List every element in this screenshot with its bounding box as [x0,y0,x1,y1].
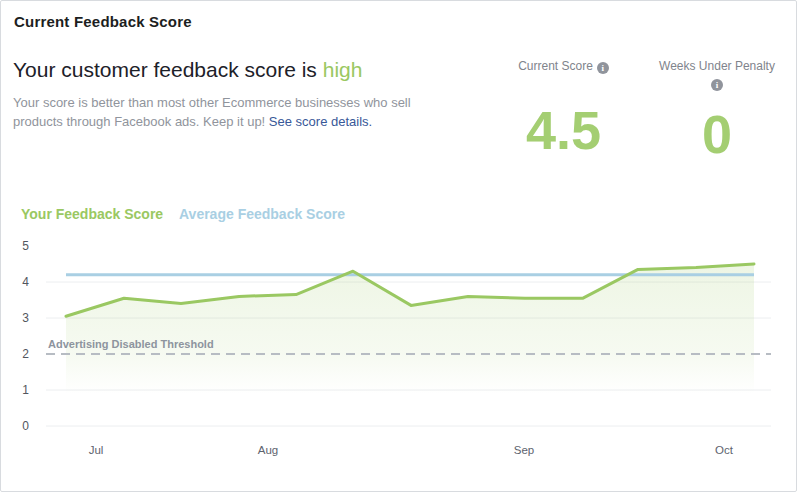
weeks-under-penalty-icon-row [651,76,783,91]
y-axis-tick: 2 [22,347,29,361]
current-score-label: Current Score [518,59,593,73]
score-description: Your score is better than most other Eco… [13,93,458,131]
info-icon[interactable] [597,62,609,74]
card-title: Current Feedback Score [14,13,192,30]
x-axis-label: Jul [89,444,104,456]
x-axis-label: Aug [258,444,278,456]
score-heading-highlight: high [323,58,363,81]
threshold-label: Advertising Disabled Threshold [48,338,214,350]
x-axis-label: Sep [514,444,534,456]
current-score-stat: Current Score 4.5 [491,59,636,162]
weeks-under-penalty-stat: Weeks Under Penalty 0 [651,59,783,166]
see-score-details-link[interactable]: See score details. [269,114,372,129]
hero-section: Your customer feedback score is high You… [13,58,473,131]
score-heading-text: Your customer feedback score is [13,58,323,81]
feedback-score-chart-svg: Advertising Disabled Threshold012345JulA… [1,236,797,491]
y-axis-tick: 0 [22,419,29,433]
info-icon[interactable] [711,79,723,91]
y-axis-tick: 3 [22,311,29,325]
current-score-value: 4.5 [491,98,636,162]
y-axis-tick: 4 [22,275,29,289]
score-heading: Your customer feedback score is high [13,58,473,82]
weeks-under-penalty-label: Weeks Under Penalty [651,59,783,74]
legend-average-feedback-score[interactable]: Average Feedback Score [179,206,345,222]
y-axis-tick: 1 [22,383,29,397]
y-axis-tick: 5 [22,239,29,253]
x-axis-label: Oct [715,444,734,456]
current-score-label-row: Current Score [491,59,636,74]
feedback-score-card: Current Feedback Score Your customer fee… [0,0,797,492]
feedback-score-chart: Advertising Disabled Threshold012345JulA… [1,236,797,491]
legend-your-feedback-score[interactable]: Your Feedback Score [21,206,163,222]
weeks-under-penalty-value: 0 [651,102,783,166]
